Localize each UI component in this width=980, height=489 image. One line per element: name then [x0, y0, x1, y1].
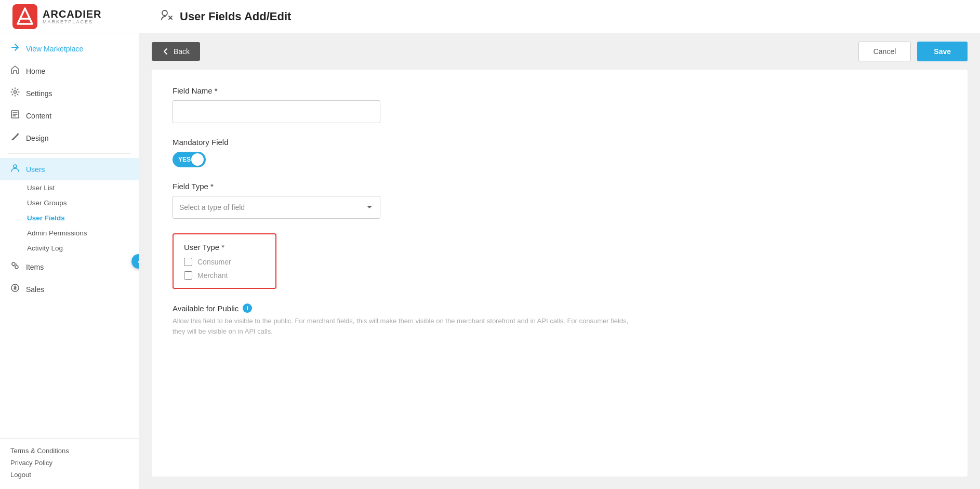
sidebar-item-content[interactable]: Content — [0, 104, 139, 127]
user-type-group: User Type * Consumer Merchant — [173, 233, 947, 289]
body-layout: View Marketplace Home — [0, 33, 980, 489]
field-name-group: Field Name * — [173, 86, 947, 123]
home-icon — [10, 65, 20, 77]
logout-link[interactable]: Logout — [10, 471, 128, 479]
main-content: Back Cancel Save Field Name * Mandatory … — [139, 33, 980, 489]
sidebar-nav: View Marketplace Home — [0, 33, 139, 438]
sidebar-item-content-label: Content — [26, 112, 51, 120]
sidebar-users-submenu: User List User Groups User Fields Admin … — [0, 180, 139, 256]
logo-sub: MARKETPLACES — [43, 20, 102, 25]
toolbar-actions: Cancel Save — [858, 42, 968, 61]
back-button[interactable]: Back — [152, 42, 200, 61]
terms-link[interactable]: Terms & Conditions — [10, 447, 128, 455]
users-icon — [10, 163, 20, 175]
svg-point-5 — [12, 262, 15, 266]
user-type-box: User Type * Consumer Merchant — [173, 233, 276, 289]
consumer-checkbox[interactable] — [184, 258, 192, 266]
merchant-checkbox[interactable] — [184, 271, 192, 280]
sidebar-item-view-marketplace[interactable]: View Marketplace — [0, 37, 139, 60]
sidebar-divider-1 — [8, 153, 130, 154]
save-button[interactable]: Save — [917, 42, 968, 61]
sidebar-item-settings[interactable]: Settings — [0, 82, 139, 104]
header: ARCADIER MARKETPLACES User Fields Add/Ed… — [0, 0, 980, 33]
privacy-link[interactable]: Privacy Policy — [10, 459, 128, 467]
field-name-label: Field Name * — [173, 86, 947, 95]
sidebar-item-home-label: Home — [26, 67, 45, 75]
sidebar-sub-activity-log[interactable]: Activity Log — [27, 241, 139, 256]
sidebar-sub-user-fields[interactable]: User Fields — [27, 210, 139, 226]
sidebar-item-home[interactable]: Home — [0, 60, 139, 82]
merchant-label: Merchant — [197, 271, 228, 280]
mandatory-field-group: Mandatory Field YES — [173, 138, 947, 167]
sidebar-item-users[interactable]: Users — [0, 158, 139, 180]
mandatory-toggle[interactable]: YES — [173, 152, 206, 167]
toggle-wrap: YES — [173, 152, 947, 167]
settings-icon — [10, 87, 20, 99]
view-marketplace-icon — [10, 43, 20, 55]
page-title: User Fields Add/Edit — [180, 10, 291, 23]
sidebar-item-settings-label: Settings — [26, 89, 52, 98]
logo-main: ARCADIER — [43, 8, 102, 20]
public-desc: Allow this field to be visible to the pu… — [173, 316, 640, 336]
user-fields-icon — [160, 8, 174, 25]
info-icon[interactable]: i — [243, 303, 252, 313]
consumer-label: Consumer — [197, 258, 231, 266]
svg-point-4 — [14, 165, 17, 168]
back-arrow-icon — [162, 48, 169, 55]
sidebar-item-sales[interactable]: Sales — [0, 278, 139, 300]
field-type-select[interactable]: Select a type of field — [173, 196, 380, 219]
view-marketplace-label: View Marketplace — [26, 45, 83, 53]
sidebar-sub-admin-permissions[interactable]: Admin Permissions — [27, 226, 139, 241]
logo-text: ARCADIER MARKETPLACES — [43, 8, 102, 25]
sidebar-item-sales-label: Sales — [26, 285, 44, 294]
field-type-group: Field Type * Select a type of field — [173, 182, 947, 219]
svg-point-2 — [14, 91, 17, 94]
svg-point-6 — [15, 266, 18, 269]
sidebar-item-items[interactable]: Items — [0, 256, 139, 278]
sidebar: View Marketplace Home — [0, 33, 139, 489]
consumer-checkbox-row: Consumer — [184, 258, 265, 266]
svg-point-1 — [162, 10, 167, 16]
public-title-row: Available for Public i — [173, 303, 947, 313]
sidebar-item-design-label: Design — [26, 134, 49, 142]
sidebar-item-items-label: Items — [26, 263, 44, 271]
sidebar-item-users-label: Users — [26, 165, 45, 174]
content-icon — [10, 110, 20, 122]
form-card: Field Name * Mandatory Field YES Field T… — [152, 70, 968, 477]
merchant-checkbox-row: Merchant — [184, 271, 265, 280]
toggle-circle — [191, 153, 204, 166]
sidebar-footer: Terms & Conditions Privacy Policy Logout — [0, 438, 139, 489]
sidebar-sub-user-groups[interactable]: User Groups — [27, 195, 139, 210]
sales-icon — [10, 283, 20, 295]
design-icon — [10, 132, 20, 144]
toggle-yes-label: YES — [178, 156, 191, 163]
available-public-section: Available for Public i Allow this field … — [173, 303, 947, 336]
public-title: Available for Public — [173, 304, 239, 313]
field-name-input[interactable] — [173, 100, 380, 123]
toolbar: Back Cancel Save — [139, 33, 980, 70]
mandatory-label: Mandatory Field — [173, 138, 947, 147]
sidebar-item-design[interactable]: Design — [0, 127, 139, 149]
logo-area: ARCADIER MARKETPLACES — [12, 4, 152, 29]
field-type-label: Field Type * — [173, 182, 947, 191]
user-type-title: User Type * — [184, 243, 265, 252]
sidebar-sub-user-list[interactable]: User List — [27, 180, 139, 195]
logo-icon — [12, 4, 37, 29]
header-title-area: User Fields Add/Edit — [152, 8, 291, 25]
cancel-button[interactable]: Cancel — [858, 42, 911, 61]
items-icon — [10, 261, 20, 273]
